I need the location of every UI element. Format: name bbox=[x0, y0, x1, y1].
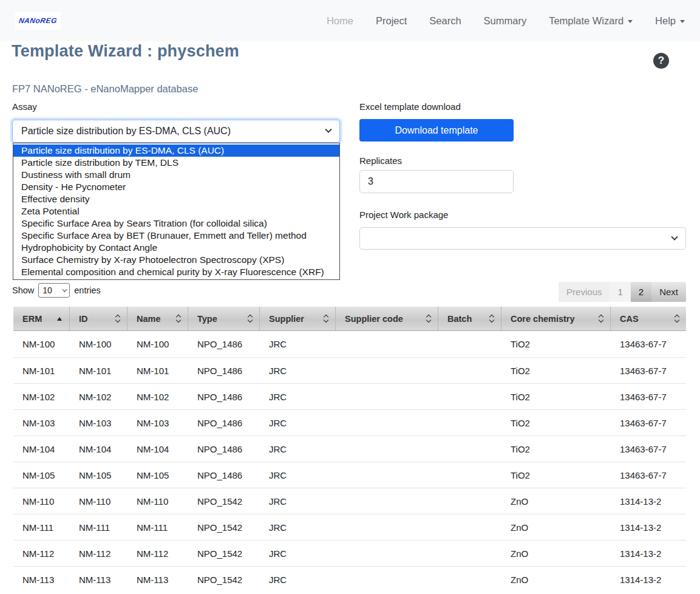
assay-option-zeta-potential[interactable]: Zeta Potential bbox=[13, 205, 339, 217]
assay-option-surface-chemistry-by-x-ray-photoelectron[interactable]: Surface Chemistry by X-ray Photoelectron… bbox=[13, 254, 339, 266]
assay-option-specific-surface-area-by-bet-brunauer-em[interactable]: Specific Surface Area by BET (Brunauer, … bbox=[13, 230, 339, 242]
table-row[interactable]: NM-101NM-101NM-101NPO_1486JRCTiO213463-6… bbox=[13, 357, 686, 383]
top-navbar: NANoREG HomeProjectSearchSummaryTemplate… bbox=[0, 0, 700, 41]
column-header-type[interactable]: Type bbox=[188, 307, 260, 330]
table-cell-id: NM-110 bbox=[70, 488, 127, 514]
nav-item-home[interactable]: Home bbox=[327, 15, 353, 27]
table-cell-supplier: JRC bbox=[260, 567, 336, 592]
nav-item-project[interactable]: Project bbox=[376, 15, 407, 27]
table-cell-supplier-code bbox=[336, 514, 438, 540]
table-cell-erm: NM-101 bbox=[13, 358, 70, 383]
assay-option-density-he-pycnometer[interactable]: Density - He Pycnometer bbox=[13, 181, 339, 193]
column-header-erm[interactable]: ERM bbox=[13, 307, 70, 330]
table-cell-type: NPO_1486 bbox=[188, 384, 260, 409]
table-cell-supplier: JRC bbox=[260, 462, 336, 488]
materials-table: ERMIDNameTypeSupplierSupplier codeBatchC… bbox=[13, 307, 686, 592]
table-cell-name: NM-110 bbox=[127, 488, 188, 514]
sort-ascending-icon bbox=[52, 317, 62, 321]
help-icon[interactable]: ? bbox=[653, 53, 669, 69]
assay-option-particle-size-distribution-by-tem-dls[interactable]: Particle size distribution by TEM, DLS bbox=[13, 157, 339, 169]
assay-option-particle-size-distribution-by-es-dma-cls[interactable]: Particle size distribution by ES-DMA, CL… bbox=[13, 145, 339, 157]
chevron-down-icon bbox=[426, 318, 431, 323]
table-cell-supplier: JRC bbox=[260, 436, 336, 462]
table-cell-id: NM-111 bbox=[70, 514, 127, 540]
table-row[interactable]: NM-112NM-112NM-112NPO_1542JRCZnO1314-13-… bbox=[13, 540, 686, 566]
table-cell-core-chemistry: TiO2 bbox=[501, 462, 611, 488]
sort-both-icon bbox=[670, 315, 679, 322]
table-cell-erm: NM-103 bbox=[13, 410, 70, 435]
nav-items: HomeProjectSearchSummaryTemplate WizardH… bbox=[327, 15, 685, 27]
column-header-label: Core chemistry bbox=[511, 314, 575, 324]
table-cell-supplier-code bbox=[336, 462, 438, 488]
nav-item-summary[interactable]: Summary bbox=[484, 15, 527, 27]
pagination-previous-button[interactable]: Previous bbox=[559, 282, 610, 302]
column-header-id[interactable]: ID bbox=[70, 307, 127, 330]
table-cell-id: NM-112 bbox=[70, 541, 127, 566]
table-cell-cas: 13463-67-7 bbox=[611, 436, 686, 462]
nanoreg-logo[interactable]: NANoREG bbox=[15, 12, 61, 30]
chevron-down-icon bbox=[115, 318, 120, 323]
table-cell-supplier: JRC bbox=[260, 541, 336, 566]
table-cell-cas: 1314-13-2 bbox=[611, 541, 686, 566]
column-header-label: Supplier bbox=[269, 314, 304, 324]
table-cell-supplier: JRC bbox=[260, 514, 336, 540]
table-cell-type: NPO_1486 bbox=[188, 462, 260, 488]
chevron-down-icon bbox=[489, 318, 494, 323]
table-cell-cas: 1314-13-2 bbox=[611, 488, 686, 514]
excel-download-label: Excel template download bbox=[359, 101, 461, 112]
table-cell-erm: NM-113 bbox=[13, 567, 70, 592]
nav-item-help[interactable]: Help bbox=[655, 15, 685, 27]
sort-both-icon bbox=[422, 315, 430, 322]
replicates-input[interactable] bbox=[359, 170, 514, 193]
database-subtitle: FP7 NANoREG - eNanoMapper database bbox=[12, 83, 198, 95]
table-cell-supplier: JRC bbox=[260, 384, 336, 409]
entries-select[interactable]: 10 bbox=[38, 283, 70, 298]
table-row[interactable]: NM-105NM-105NM-105NPO_1486JRCTiO213463-6… bbox=[13, 462, 686, 488]
assay-label: Assay bbox=[12, 101, 37, 112]
chevron-down-icon bbox=[599, 318, 603, 323]
table-row[interactable]: NM-102NM-102NM-102NPO_1486JRCTiO213463-6… bbox=[13, 383, 686, 409]
replicates-label: Replicates bbox=[359, 155, 402, 166]
table-cell-name: NM-103 bbox=[127, 410, 188, 435]
column-header-supplier[interactable]: Supplier bbox=[260, 307, 336, 330]
assay-option-effective-density[interactable]: Effective density bbox=[13, 193, 339, 205]
page-title: Template Wizard : physchem bbox=[12, 42, 239, 61]
assay-option-specific-surface-area-by-sears-titration[interactable]: Specific Surface Area by Sears Titration… bbox=[13, 217, 339, 230]
show-label: Show bbox=[12, 285, 34, 295]
table-row[interactable]: NM-103NM-103NM-103NPO_1486JRCTiO213463-6… bbox=[13, 409, 686, 435]
pagination-page-1[interactable]: 1 bbox=[610, 282, 630, 302]
column-header-cas[interactable]: CAS bbox=[611, 307, 686, 330]
download-template-button[interactable]: Download template bbox=[359, 119, 514, 142]
table-row[interactable]: NM-113NM-113NM-113NPO_1542JRCZnO1314-13-… bbox=[13, 566, 686, 592]
column-header-name[interactable]: Name bbox=[127, 307, 188, 330]
table-cell-erm: NM-112 bbox=[13, 541, 70, 566]
column-header-label: CAS bbox=[620, 314, 639, 324]
chevron-down-icon bbox=[62, 287, 67, 292]
table-row[interactable]: NM-111NM-111NM-111NPO_1542JRCZnO1314-13-… bbox=[13, 514, 686, 540]
nav-item-label: Project bbox=[376, 15, 407, 27]
column-header-supplier-code[interactable]: Supplier code bbox=[336, 307, 438, 330]
entries-select-value: 10 bbox=[42, 285, 52, 295]
table-cell-batch bbox=[438, 514, 501, 540]
column-header-core-chemistry[interactable]: Core chemistry bbox=[501, 307, 611, 330]
table-row[interactable]: NM-100NM-100NM-100NPO_1486JRCTiO213463-6… bbox=[13, 331, 686, 357]
pagination-next-button[interactable]: Next bbox=[651, 282, 686, 302]
assay-option-hydrophobicity-by-contact-angle[interactable]: Hydrophobicity by Contact Angle bbox=[13, 242, 339, 254]
nav-item-label: Search bbox=[429, 15, 461, 27]
assay-option-dustiness-with-small-drum[interactable]: Dustiness with small drum bbox=[13, 169, 339, 181]
table-cell-erm: NM-110 bbox=[13, 488, 70, 514]
work-package-select[interactable] bbox=[359, 227, 686, 250]
table-cell-name: NM-105 bbox=[127, 462, 188, 488]
assay-select[interactable]: Particle size distribution by ES-DMA, CL… bbox=[12, 120, 340, 143]
assay-option-elemental-composition-and-chemical-purit[interactable]: Elemental composition and chemical purit… bbox=[13, 266, 339, 278]
table-cell-erm: NM-105 bbox=[13, 462, 70, 488]
nav-item-search[interactable]: Search bbox=[429, 15, 461, 27]
sort-both-icon bbox=[111, 315, 120, 322]
table-cell-type: NPO_1542 bbox=[188, 541, 260, 566]
nav-item-template-wizard[interactable]: Template Wizard bbox=[549, 15, 633, 27]
pagination-page-2[interactable]: 2 bbox=[631, 282, 651, 302]
table-cell-id: NM-100 bbox=[70, 331, 127, 357]
column-header-batch[interactable]: Batch bbox=[438, 307, 501, 330]
table-row[interactable]: NM-110NM-110NM-110NPO_1542JRCZnO1314-13-… bbox=[13, 488, 686, 514]
table-row[interactable]: NM-104NM-104NM-104NPO_1486JRCTiO213463-6… bbox=[13, 435, 686, 462]
